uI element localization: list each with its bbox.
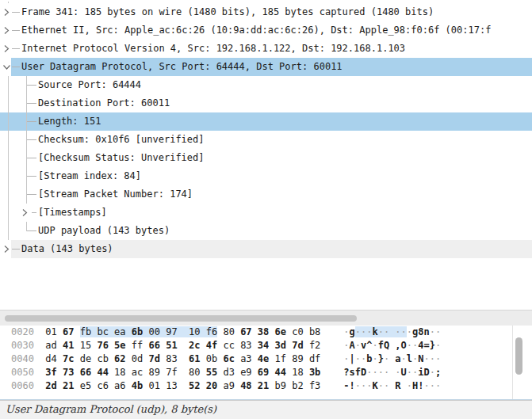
hex-byte[interactable]: cc	[223, 340, 234, 351]
hex-row[interactable]: 0050 3f 73 66 44 18 ac 89 7f 80 55 d3 e9…	[0, 366, 532, 379]
hex-byte[interactable]: 69	[258, 367, 269, 378]
tree-row[interactable]: Ethernet II, Src: Apple_ac:6c:26 (10:9a:…	[0, 21, 532, 40]
ascii-char[interactable]: i	[418, 367, 423, 378]
tree-row[interactable]: [Checksum Status: Unverified]	[0, 149, 532, 167]
ascii-char[interactable]: ·	[424, 353, 430, 364]
ascii-char[interactable]: ·	[435, 326, 441, 337]
tree-row[interactable]: Source Port: 64444	[0, 76, 532, 94]
hex-byte[interactable]: 66	[80, 367, 91, 378]
ascii-char[interactable]: s	[349, 367, 354, 378]
hex-byte[interactable]: 67	[240, 326, 251, 337]
hex-byte[interactable]: 80	[189, 367, 200, 378]
hex-byte[interactable]: f3	[309, 380, 320, 391]
hex-byte[interactable]: 7c	[63, 353, 74, 364]
hex-byte[interactable]: c6	[97, 380, 108, 391]
hex-byte[interactable]: 55	[206, 367, 217, 378]
hex-byte[interactable]: b2	[292, 380, 303, 391]
hex-byte[interactable]: 38	[258, 326, 269, 337]
ascii-char[interactable]: l	[407, 353, 412, 364]
hex-byte[interactable]: e9	[240, 367, 251, 378]
hex-byte[interactable]: cb	[97, 353, 108, 364]
tree-row[interactable]: [Stream index: 84]	[0, 167, 532, 185]
tree-row[interactable]: Destination Port: 60011	[0, 94, 532, 112]
hex-byte[interactable]: 83	[240, 340, 251, 351]
hex-byte[interactable]: 44	[97, 367, 108, 378]
hex-byte[interactable]: 4b	[132, 380, 143, 391]
tree-row[interactable]: Frame 341: 185 bytes on wire (1480 bits)…	[0, 3, 532, 21]
tree-row[interactable]: Checksum: 0x10f6 [unverified]	[0, 131, 532, 149]
hex-byte[interactable]: 3f	[45, 367, 56, 378]
ascii-char[interactable]: O	[401, 340, 407, 351]
hex-byte[interactable]: f6	[206, 326, 217, 337]
ascii-char[interactable]: ·	[355, 326, 361, 337]
hex-byte[interactable]: 44	[275, 367, 286, 378]
hex-byte[interactable]: 15	[80, 340, 91, 351]
tree-row[interactable]: User Datagram Protocol, Src Port: 64444,…	[0, 58, 532, 76]
hex-byte[interactable]: ac	[132, 367, 143, 378]
ascii-char[interactable]: ·	[430, 326, 435, 337]
hex-byte[interactable]: 41	[63, 340, 74, 351]
ascii-char[interactable]: ·	[435, 353, 441, 364]
hex-byte[interactable]: 5e	[114, 340, 125, 351]
hex-byte[interactable]: 1f	[275, 353, 286, 364]
ascii-char[interactable]: ·	[395, 326, 400, 337]
hex-byte[interactable]: 7d	[148, 353, 159, 364]
hex-byte[interactable]: 10	[189, 326, 200, 337]
hex-byte[interactable]: 21	[258, 380, 269, 391]
hex-byte[interactable]: 52	[189, 380, 200, 391]
hex-byte[interactable]: 01	[148, 380, 159, 391]
ascii-char[interactable]: ·	[355, 380, 361, 391]
horizontal-scrollbar[interactable]	[0, 310, 532, 326]
vertical-scrollbar-thumb[interactable]	[515, 337, 522, 375]
hex-byte[interactable]: ad	[45, 340, 56, 351]
ascii-char[interactable]: 4	[418, 340, 423, 351]
hex-byte[interactable]: 83	[166, 353, 177, 364]
ascii-char[interactable]: ·	[401, 353, 407, 364]
hex-byte[interactable]: a3	[240, 353, 251, 364]
hex-byte[interactable]: d4	[45, 353, 56, 364]
tree-row[interactable]: [Stream Packet Number: 174]	[0, 185, 532, 204]
hex-byte[interactable]: bc	[97, 326, 108, 337]
ascii-char[interactable]: ·	[430, 367, 435, 378]
hex-byte[interactable]: ff	[132, 340, 143, 351]
ascii-char[interactable]: f	[378, 340, 384, 351]
ascii-char[interactable]: ·	[395, 367, 400, 378]
ascii-char[interactable]: !	[418, 380, 423, 391]
tree-row[interactable]: [Timestamps]	[0, 204, 532, 222]
ascii-char[interactable]: ·	[407, 340, 412, 351]
hex-byte[interactable]: 13	[166, 380, 177, 391]
hex-row[interactable]: 0030 ad 41 15 76 5e ff 66 51 2c 4f cc 83…	[0, 339, 532, 352]
ascii-char[interactable]: f	[355, 367, 361, 378]
hex-byte[interactable]: e5	[80, 380, 91, 391]
tree-row[interactable]: Data (143 bytes)	[0, 240, 532, 258]
hex-byte[interactable]: b9	[275, 380, 286, 391]
ascii-char[interactable]: }	[430, 340, 435, 351]
ascii-char[interactable]: D	[424, 367, 430, 378]
hex-byte[interactable]: 48	[240, 380, 251, 391]
ascii-char[interactable]: N	[418, 353, 423, 364]
ascii-char[interactable]: g	[349, 326, 354, 337]
ascii-char[interactable]: ·	[355, 340, 361, 351]
hex-byte[interactable]: c0	[292, 326, 303, 337]
tree-row[interactable]: UDP payload (143 bytes)	[0, 222, 532, 240]
ascii-char[interactable]: ·	[430, 353, 435, 364]
ascii-char[interactable]: ·	[407, 367, 412, 378]
ascii-char[interactable]: ·	[355, 353, 361, 364]
hex-byte[interactable]: fb	[80, 326, 91, 337]
ascii-char[interactable]: a	[395, 353, 400, 364]
ascii-char[interactable]: 8	[418, 326, 423, 337]
hex-byte[interactable]: ea	[114, 326, 125, 337]
hex-byte[interactable]: 61	[189, 353, 200, 364]
hex-row[interactable]: 0040 d4 7c de cb 62 0d 7d 83 61 0b 6c a3…	[0, 352, 532, 366]
ascii-char[interactable]: k	[372, 326, 377, 337]
hex-byte[interactable]: 34	[258, 340, 269, 351]
ascii-char[interactable]: ·	[372, 367, 377, 378]
ascii-char[interactable]: ·	[424, 380, 430, 391]
hex-byte[interactable]: 18	[114, 367, 125, 378]
hex-byte[interactable]: 00	[148, 326, 159, 337]
ascii-char[interactable]: ·	[378, 367, 384, 378]
hex-byte[interactable]: 6b	[132, 326, 143, 337]
hex-row[interactable]: 0060 2d 21 e5 c6 a6 4b 01 13 52 20 a9 48…	[0, 379, 532, 393]
ascii-char[interactable]: ·	[378, 380, 384, 391]
tree-row[interactable]: Length: 151	[0, 112, 532, 131]
